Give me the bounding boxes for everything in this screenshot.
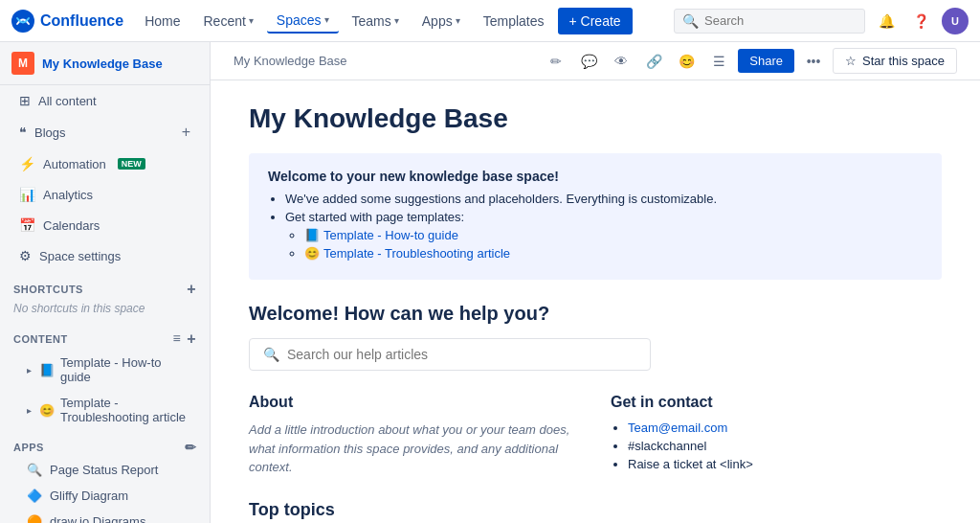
avatar[interactable]: U bbox=[942, 8, 969, 34]
troubleshooting-link[interactable]: 😊 Template - Troubleshooting article bbox=[304, 246, 923, 261]
breadcrumb: My Knowledge Base bbox=[234, 54, 347, 68]
nav-home[interactable]: Home bbox=[135, 10, 189, 33]
contact-col: Get in contact Team@email.com #slackchan… bbox=[611, 394, 942, 477]
contact-item-0[interactable]: Team@email.com bbox=[628, 421, 942, 435]
nav-spaces[interactable]: Spaces▾ bbox=[267, 9, 339, 34]
automation-icon: ⚡ bbox=[19, 156, 35, 171]
about-col: About Add a little introduction about wh… bbox=[249, 394, 580, 477]
svg-point-0 bbox=[11, 10, 34, 33]
sidebar-content-item-0[interactable]: ▸ 📘 Template - How-to guide bbox=[6, 351, 204, 389]
confluence-logo-icon bbox=[11, 10, 34, 33]
calendars-icon: 📅 bbox=[19, 217, 35, 233]
contact-item-2: Raise a ticket at <link> bbox=[628, 457, 942, 471]
sidebar: M My Knowledge Base ⊞ All content ❝ Blog… bbox=[0, 42, 211, 523]
about-contact-section: About Add a little introduction about wh… bbox=[249, 394, 942, 477]
app-item-1[interactable]: 🔷 Gliffy Diagram bbox=[6, 484, 204, 508]
infobox-bullet-0: We've added some suggestions and placeho… bbox=[285, 192, 923, 206]
infobox-link-0[interactable]: 📘 Template - How-to guide bbox=[304, 228, 923, 242]
add-blog-icon[interactable]: + bbox=[182, 124, 190, 141]
analytics-icon: 📊 bbox=[19, 187, 35, 202]
nav-templates[interactable]: Templates bbox=[474, 10, 554, 33]
topnav: Confluence Home Recent▾ Spaces▾ Teams▾ A… bbox=[0, 0, 980, 42]
infobox-link-1[interactable]: 😊 Template - Troubleshooting article bbox=[304, 246, 923, 261]
add-content-button[interactable]: + bbox=[187, 330, 196, 348]
new-badge: NEW bbox=[118, 158, 145, 170]
star-this-space-button[interactable]: ☆ Star this space bbox=[833, 48, 957, 74]
sidebar-item-automation[interactable]: ⚡ Automation NEW bbox=[6, 149, 204, 178]
search-input[interactable] bbox=[704, 13, 857, 28]
nav-teams[interactable]: Teams▾ bbox=[343, 10, 409, 33]
welcome-title: Welcome! How can we help you? bbox=[249, 303, 942, 325]
content-section: CONTENT ≡ + bbox=[0, 325, 210, 350]
troubleshooting-icon: 😊 bbox=[304, 246, 320, 261]
create-button[interactable]: + Create bbox=[558, 8, 633, 34]
app-icon-2: 🟠 bbox=[27, 514, 42, 523]
more-options-button[interactable]: ••• bbox=[800, 48, 827, 75]
logo-text: Confluence bbox=[40, 12, 123, 30]
nav-apps[interactable]: Apps▾ bbox=[412, 10, 470, 33]
blogs-icon: ❝ bbox=[19, 125, 27, 140]
edit-apps-icon[interactable]: ✏ bbox=[185, 440, 197, 455]
page-icon-1: 😊 bbox=[39, 403, 55, 418]
app-body: M My Knowledge Base ⊞ All content ❝ Blog… bbox=[0, 42, 980, 523]
welcome-section: Welcome! How can we help you? 🔍 bbox=[249, 303, 942, 371]
howto-guide-link[interactable]: 📘 Template - How-to guide bbox=[304, 228, 923, 242]
filter-content-icon[interactable]: ≡ bbox=[172, 330, 181, 348]
app-icon-0: 🔍 bbox=[27, 463, 42, 477]
space-name: My Knowledge Base bbox=[42, 57, 163, 71]
howto-icon: 📘 bbox=[304, 228, 320, 242]
settings-icon: ⚙ bbox=[19, 248, 32, 263]
apps-section: APPS ✏ bbox=[0, 434, 210, 457]
logo[interactable]: Confluence bbox=[11, 10, 123, 33]
collapse-arrow: ▸ bbox=[27, 365, 32, 375]
help-search[interactable]: 🔍 bbox=[249, 338, 651, 371]
about-title: About bbox=[249, 394, 580, 411]
help-button[interactable]: ❓ bbox=[907, 8, 934, 34]
space-icon: M bbox=[11, 52, 34, 75]
link-icon-button[interactable]: 🔗 bbox=[640, 48, 667, 75]
space-header[interactable]: M My Knowledge Base bbox=[0, 42, 210, 85]
search-icon: 🔍 bbox=[682, 13, 699, 29]
topics-section: Top topics 🔴 Topic 1 Link to page Link t… bbox=[249, 500, 942, 524]
contact-list: Team@email.com #slackchannel Raise a tic… bbox=[628, 421, 942, 471]
comments-icon-button[interactable]: 💬 bbox=[575, 48, 602, 75]
contact-title: Get in contact bbox=[611, 394, 942, 411]
global-search[interactable]: 🔍 bbox=[674, 9, 865, 34]
infobox-title: Welcome to your new knowledge base space… bbox=[268, 169, 923, 184]
topics-title: Top topics bbox=[249, 500, 942, 520]
sidebar-content-item-1[interactable]: ▸ 😊 Template - Troubleshooting article bbox=[6, 391, 204, 429]
page-title: My Knowledge Base bbox=[249, 103, 942, 134]
app-icon-1: 🔷 bbox=[27, 489, 42, 503]
about-body: Add a little introduction about what you… bbox=[249, 421, 580, 477]
content-header: My Knowledge Base ✏ 💬 👁 🔗 😊 ☰ Share ••• … bbox=[211, 42, 980, 80]
notifications-button[interactable]: 🔔 bbox=[873, 8, 900, 34]
app-item-2[interactable]: 🟠 draw.io Diagrams bbox=[6, 510, 204, 523]
edit-icon-button[interactable]: ✏ bbox=[543, 48, 569, 75]
topnav-right: 🔍 🔔 ❓ U bbox=[674, 8, 969, 34]
star-icon: ☆ bbox=[845, 54, 857, 68]
list-icon-button[interactable]: ☰ bbox=[705, 48, 732, 75]
share-button[interactable]: Share bbox=[738, 49, 794, 73]
nav-recent[interactable]: Recent▾ bbox=[193, 10, 262, 33]
add-shortcut-button[interactable]: + bbox=[187, 281, 196, 298]
sidebar-item-analytics[interactable]: 📊 Analytics bbox=[6, 180, 204, 209]
infobox-bullet-1: Get started with page templates: 📘 Templ… bbox=[285, 210, 923, 261]
sidebar-item-blogs[interactable]: ❝ Blogs + bbox=[6, 117, 204, 148]
sidebar-item-space-settings[interactable]: ⚙ Space settings bbox=[6, 241, 204, 270]
shortcuts-section: SHORTCUTS + bbox=[0, 275, 210, 300]
info-box: Welcome to your new knowledge base space… bbox=[249, 153, 942, 280]
sidebar-item-all-content[interactable]: ⊞ All content bbox=[6, 86, 204, 115]
watch-icon-button[interactable]: 👁 bbox=[608, 48, 635, 75]
header-actions: ✏ 💬 👁 🔗 😊 ☰ Share ••• ☆ Star this space bbox=[543, 48, 957, 75]
contact-email-link[interactable]: Team@email.com bbox=[628, 421, 727, 435]
contact-item-1: #slackchannel bbox=[628, 439, 942, 453]
all-content-icon: ⊞ bbox=[19, 93, 31, 108]
page-icon-0: 📘 bbox=[39, 363, 55, 377]
emoji-icon-button[interactable]: 😊 bbox=[673, 48, 700, 75]
collapse-arrow-1: ▸ bbox=[27, 405, 32, 416]
shortcuts-empty: No shortcuts in this space bbox=[0, 300, 210, 321]
sidebar-item-calendars[interactable]: 📅 Calendars bbox=[6, 211, 204, 239]
help-search-input[interactable] bbox=[287, 347, 636, 362]
app-item-0[interactable]: 🔍 Page Status Report bbox=[6, 458, 204, 482]
page-body: My Knowledge Base Welcome to your new kn… bbox=[211, 80, 980, 523]
